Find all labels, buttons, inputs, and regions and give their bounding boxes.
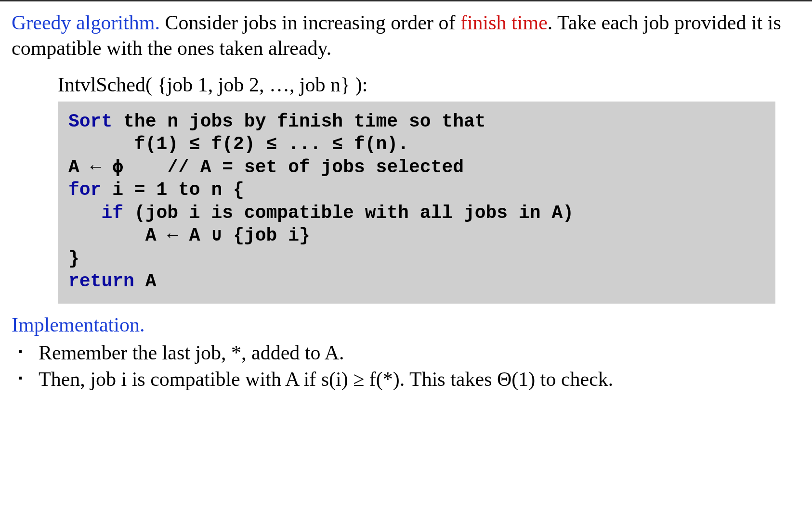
greedy-algorithm-label: Greedy algorithm.	[12, 12, 160, 34]
bullet-item: Remember the last job, *, added to A.	[12, 340, 800, 366]
code-line-3: A ← ϕ // A = set of jobs selected	[68, 156, 765, 179]
code-line-4: for i = 1 to n {	[68, 179, 765, 202]
bullet-text: Remember the last job, *, added to A.	[39, 342, 344, 364]
code-line-4-rest: i = 1 to n {	[101, 179, 244, 200]
keyword-sort: Sort	[68, 111, 112, 132]
intro-text-pre: Consider jobs in increasing order of	[160, 12, 460, 34]
keyword-for: for	[68, 179, 101, 200]
bullet-item: Then, job i is compatible with A if s(i)…	[12, 367, 800, 392]
code-line-5: if (job i is compatible with all jobs in…	[68, 202, 765, 225]
pseudocode-block: Sort the n jobs by finish time so that f…	[58, 102, 775, 304]
keyword-return: return	[68, 271, 134, 292]
code-line-1-rest: the n jobs by finish time so that	[112, 111, 485, 132]
function-signature: IntvlSched( {job 1, job 2, …, job n} ):	[58, 72, 800, 98]
code-line-5-rest: (job i is compatible with all jobs in A)	[123, 203, 574, 223]
code-line-5-pre	[68, 203, 101, 223]
code-line-8-rest: A	[134, 271, 157, 292]
bullet-text: Then, job i is compatible with A if s(i)…	[39, 368, 613, 390]
code-line-8: return A	[68, 270, 765, 293]
intro-paragraph: Greedy algorithm. Consider jobs in incre…	[12, 10, 800, 61]
slide-page: Greedy algorithm. Consider jobs in incre…	[0, 0, 812, 511]
finish-time-label: finish time	[460, 12, 548, 34]
code-line-6: A ← A ∪ {job i}	[68, 224, 765, 247]
keyword-if: if	[101, 203, 123, 223]
code-line-1: Sort the n jobs by finish time so that	[68, 110, 765, 133]
code-line-2: f(1) ≤ f(2) ≤ ... ≤ f(n).	[68, 133, 765, 156]
code-line-7: }	[68, 247, 765, 270]
implementation-bullets: Remember the last job, *, added to A. Th…	[12, 340, 800, 392]
implementation-heading: Implementation.	[12, 312, 800, 338]
